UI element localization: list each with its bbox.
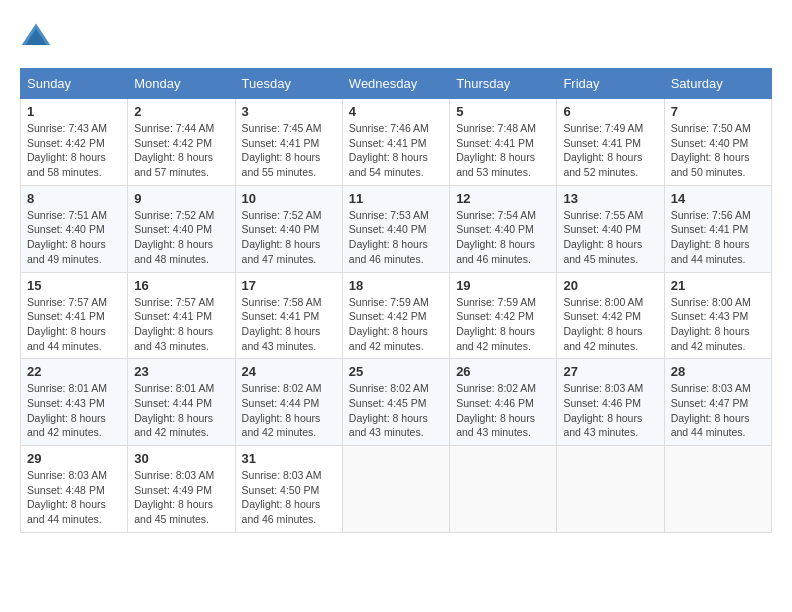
calendar-cell — [664, 446, 771, 533]
calendar-week-row: 15 Sunrise: 7:57 AM Sunset: 4:41 PM Dayl… — [21, 272, 772, 359]
calendar-cell: 19 Sunrise: 7:59 AM Sunset: 4:42 PM Dayl… — [450, 272, 557, 359]
calendar-cell: 2 Sunrise: 7:44 AM Sunset: 4:42 PM Dayli… — [128, 99, 235, 186]
day-info: Sunrise: 7:57 AM Sunset: 4:41 PM Dayligh… — [27, 295, 121, 354]
day-info: Sunrise: 7:58 AM Sunset: 4:41 PM Dayligh… — [242, 295, 336, 354]
day-info: Sunrise: 8:02 AM Sunset: 4:46 PM Dayligh… — [456, 381, 550, 440]
calendar-week-row: 1 Sunrise: 7:43 AM Sunset: 4:42 PM Dayli… — [21, 99, 772, 186]
day-info: Sunrise: 8:03 AM Sunset: 4:49 PM Dayligh… — [134, 468, 228, 527]
day-info: Sunrise: 7:59 AM Sunset: 4:42 PM Dayligh… — [349, 295, 443, 354]
calendar-cell: 26 Sunrise: 8:02 AM Sunset: 4:46 PM Dayl… — [450, 359, 557, 446]
day-number: 22 — [27, 364, 121, 379]
day-number: 2 — [134, 104, 228, 119]
day-number: 6 — [563, 104, 657, 119]
calendar-header-row: SundayMondayTuesdayWednesdayThursdayFrid… — [21, 69, 772, 99]
day-info: Sunrise: 7:46 AM Sunset: 4:41 PM Dayligh… — [349, 121, 443, 180]
calendar-cell: 15 Sunrise: 7:57 AM Sunset: 4:41 PM Dayl… — [21, 272, 128, 359]
day-number: 20 — [563, 278, 657, 293]
calendar-table: SundayMondayTuesdayWednesdayThursdayFrid… — [20, 68, 772, 533]
day-number: 24 — [242, 364, 336, 379]
day-info: Sunrise: 8:03 AM Sunset: 4:46 PM Dayligh… — [563, 381, 657, 440]
day-info: Sunrise: 8:02 AM Sunset: 4:44 PM Dayligh… — [242, 381, 336, 440]
day-number: 12 — [456, 191, 550, 206]
calendar-cell: 10 Sunrise: 7:52 AM Sunset: 4:40 PM Dayl… — [235, 185, 342, 272]
calendar-cell: 16 Sunrise: 7:57 AM Sunset: 4:41 PM Dayl… — [128, 272, 235, 359]
calendar-week-row: 29 Sunrise: 8:03 AM Sunset: 4:48 PM Dayl… — [21, 446, 772, 533]
calendar-cell: 30 Sunrise: 8:03 AM Sunset: 4:49 PM Dayl… — [128, 446, 235, 533]
day-info: Sunrise: 8:00 AM Sunset: 4:43 PM Dayligh… — [671, 295, 765, 354]
calendar-cell: 3 Sunrise: 7:45 AM Sunset: 4:41 PM Dayli… — [235, 99, 342, 186]
day-info: Sunrise: 7:52 AM Sunset: 4:40 PM Dayligh… — [134, 208, 228, 267]
calendar-cell: 11 Sunrise: 7:53 AM Sunset: 4:40 PM Dayl… — [342, 185, 449, 272]
calendar-cell: 14 Sunrise: 7:56 AM Sunset: 4:41 PM Dayl… — [664, 185, 771, 272]
calendar-cell: 7 Sunrise: 7:50 AM Sunset: 4:40 PM Dayli… — [664, 99, 771, 186]
day-number: 23 — [134, 364, 228, 379]
day-number: 17 — [242, 278, 336, 293]
day-number: 4 — [349, 104, 443, 119]
day-info: Sunrise: 7:53 AM Sunset: 4:40 PM Dayligh… — [349, 208, 443, 267]
calendar-cell: 13 Sunrise: 7:55 AM Sunset: 4:40 PM Dayl… — [557, 185, 664, 272]
day-info: Sunrise: 8:00 AM Sunset: 4:42 PM Dayligh… — [563, 295, 657, 354]
day-number: 25 — [349, 364, 443, 379]
day-info: Sunrise: 8:01 AM Sunset: 4:44 PM Dayligh… — [134, 381, 228, 440]
calendar-cell: 8 Sunrise: 7:51 AM Sunset: 4:40 PM Dayli… — [21, 185, 128, 272]
calendar-cell — [342, 446, 449, 533]
page-header — [20, 20, 772, 52]
day-number: 3 — [242, 104, 336, 119]
day-number: 29 — [27, 451, 121, 466]
day-info: Sunrise: 7:51 AM Sunset: 4:40 PM Dayligh… — [27, 208, 121, 267]
calendar-cell: 9 Sunrise: 7:52 AM Sunset: 4:40 PM Dayli… — [128, 185, 235, 272]
calendar-cell: 17 Sunrise: 7:58 AM Sunset: 4:41 PM Dayl… — [235, 272, 342, 359]
day-info: Sunrise: 7:43 AM Sunset: 4:42 PM Dayligh… — [27, 121, 121, 180]
day-number: 11 — [349, 191, 443, 206]
calendar-cell: 29 Sunrise: 8:03 AM Sunset: 4:48 PM Dayl… — [21, 446, 128, 533]
calendar-week-row: 8 Sunrise: 7:51 AM Sunset: 4:40 PM Dayli… — [21, 185, 772, 272]
calendar-day-header: Sunday — [21, 69, 128, 99]
calendar-cell: 24 Sunrise: 8:02 AM Sunset: 4:44 PM Dayl… — [235, 359, 342, 446]
calendar-cell: 6 Sunrise: 7:49 AM Sunset: 4:41 PM Dayli… — [557, 99, 664, 186]
calendar-cell: 18 Sunrise: 7:59 AM Sunset: 4:42 PM Dayl… — [342, 272, 449, 359]
day-number: 27 — [563, 364, 657, 379]
day-info: Sunrise: 7:49 AM Sunset: 4:41 PM Dayligh… — [563, 121, 657, 180]
calendar-cell: 5 Sunrise: 7:48 AM Sunset: 4:41 PM Dayli… — [450, 99, 557, 186]
day-info: Sunrise: 7:52 AM Sunset: 4:40 PM Dayligh… — [242, 208, 336, 267]
day-info: Sunrise: 8:02 AM Sunset: 4:45 PM Dayligh… — [349, 381, 443, 440]
day-number: 10 — [242, 191, 336, 206]
calendar-cell: 23 Sunrise: 8:01 AM Sunset: 4:44 PM Dayl… — [128, 359, 235, 446]
day-number: 28 — [671, 364, 765, 379]
day-info: Sunrise: 8:03 AM Sunset: 4:48 PM Dayligh… — [27, 468, 121, 527]
day-info: Sunrise: 8:03 AM Sunset: 4:47 PM Dayligh… — [671, 381, 765, 440]
day-number: 31 — [242, 451, 336, 466]
calendar-cell — [450, 446, 557, 533]
calendar-cell: 21 Sunrise: 8:00 AM Sunset: 4:43 PM Dayl… — [664, 272, 771, 359]
day-info: Sunrise: 7:48 AM Sunset: 4:41 PM Dayligh… — [456, 121, 550, 180]
calendar-day-header: Tuesday — [235, 69, 342, 99]
day-number: 7 — [671, 104, 765, 119]
day-info: Sunrise: 7:56 AM Sunset: 4:41 PM Dayligh… — [671, 208, 765, 267]
day-number: 18 — [349, 278, 443, 293]
day-info: Sunrise: 7:59 AM Sunset: 4:42 PM Dayligh… — [456, 295, 550, 354]
day-number: 30 — [134, 451, 228, 466]
day-info: Sunrise: 8:03 AM Sunset: 4:50 PM Dayligh… — [242, 468, 336, 527]
day-info: Sunrise: 7:54 AM Sunset: 4:40 PM Dayligh… — [456, 208, 550, 267]
calendar-day-header: Saturday — [664, 69, 771, 99]
calendar-day-header: Thursday — [450, 69, 557, 99]
day-number: 14 — [671, 191, 765, 206]
logo-icon — [20, 20, 52, 52]
day-number: 21 — [671, 278, 765, 293]
day-info: Sunrise: 7:50 AM Sunset: 4:40 PM Dayligh… — [671, 121, 765, 180]
day-number: 15 — [27, 278, 121, 293]
day-number: 19 — [456, 278, 550, 293]
day-info: Sunrise: 7:55 AM Sunset: 4:40 PM Dayligh… — [563, 208, 657, 267]
calendar-week-row: 22 Sunrise: 8:01 AM Sunset: 4:43 PM Dayl… — [21, 359, 772, 446]
day-number: 5 — [456, 104, 550, 119]
calendar-cell: 28 Sunrise: 8:03 AM Sunset: 4:47 PM Dayl… — [664, 359, 771, 446]
day-number: 9 — [134, 191, 228, 206]
calendar-day-header: Monday — [128, 69, 235, 99]
calendar-cell: 1 Sunrise: 7:43 AM Sunset: 4:42 PM Dayli… — [21, 99, 128, 186]
day-number: 13 — [563, 191, 657, 206]
calendar-cell: 25 Sunrise: 8:02 AM Sunset: 4:45 PM Dayl… — [342, 359, 449, 446]
calendar-day-header: Friday — [557, 69, 664, 99]
day-number: 26 — [456, 364, 550, 379]
calendar-cell: 31 Sunrise: 8:03 AM Sunset: 4:50 PM Dayl… — [235, 446, 342, 533]
calendar-cell — [557, 446, 664, 533]
